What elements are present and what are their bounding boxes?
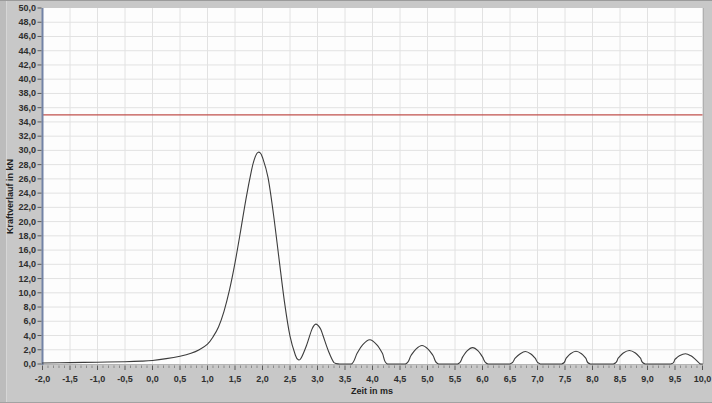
y-axis-title-wrap: Kraftverlauf in kN	[5, 1, 15, 392]
y-tick-label: 20,0	[18, 217, 36, 227]
x-tick-label: 7,5	[559, 374, 572, 384]
y-tick-label: 14,0	[18, 259, 36, 269]
x-tick-label: -1,5	[62, 374, 78, 384]
x-tick-labels: -2,0-1,5-1,0-0,50,00,51,01,52,02,53,03,5…	[35, 374, 712, 384]
x-tick-label: 7,0	[531, 374, 544, 384]
y-tick-label: 50,0	[18, 3, 36, 13]
x-tick-label: 3,0	[311, 374, 324, 384]
x-tick-label: 0,5	[174, 374, 187, 384]
x-tick-label: 4,5	[394, 374, 407, 384]
y-tick-label: 32,0	[18, 131, 36, 141]
y-tick-label: 4,0	[23, 331, 36, 341]
x-tick-label: 1,5	[229, 374, 242, 384]
y-tick-label: 30,0	[18, 145, 36, 155]
y-tick-label: 26,0	[18, 174, 36, 184]
y-tick-label: 44,0	[18, 46, 36, 56]
x-tick-label: 9,5	[669, 374, 682, 384]
y-tick-label: 10,0	[18, 288, 36, 298]
x-tick-label: -1,0	[90, 374, 106, 384]
y-tick-label: 36,0	[18, 103, 36, 113]
y-tick-label: 6,0	[23, 316, 36, 326]
y-tick-label: 48,0	[18, 17, 36, 27]
y-axis-title: Kraftverlauf in kN	[5, 159, 15, 234]
x-tick-label: 5,5	[449, 374, 462, 384]
x-tick-label: 2,5	[284, 374, 297, 384]
x-tick-label: 2,0	[256, 374, 269, 384]
y-tick-label: 22,0	[18, 202, 36, 212]
y-tick-label: 34,0	[18, 117, 36, 127]
force-time-chart: 0,02,04,06,08,010,012,014,016,018,020,02…	[0, 1, 712, 403]
y-tick-label: 38,0	[18, 88, 36, 98]
x-tick-label: 8,5	[614, 374, 627, 384]
y-tick-label: 16,0	[18, 245, 36, 255]
x-tick-label: 6,5	[504, 374, 517, 384]
y-tick-labels: 0,02,04,06,08,010,012,014,016,018,020,02…	[18, 3, 36, 369]
y-tick-label: 18,0	[18, 231, 36, 241]
x-tick-label: -2,0	[35, 374, 51, 384]
y-tick-label: 24,0	[18, 188, 36, 198]
x-tick-label: 5,0	[421, 374, 434, 384]
x-tick-label: 10,0	[694, 374, 712, 384]
x-tick-label: 4,0	[366, 374, 379, 384]
y-tick-label: 40,0	[18, 74, 36, 84]
x-axis-title: Zeit in ms	[42, 386, 702, 396]
x-tick-label: 9,0	[641, 374, 654, 384]
x-tick-label: 3,5	[339, 374, 352, 384]
x-tick-label: 6,0	[476, 374, 489, 384]
y-tick-label: 28,0	[18, 160, 36, 170]
x-tick-label: 8,0	[586, 374, 599, 384]
chart-panel: 0,02,04,06,08,010,012,014,016,018,020,02…	[0, 0, 712, 403]
x-tick-label: 1,0	[201, 374, 214, 384]
x-tick-label: -0,5	[117, 374, 133, 384]
y-tick-label: 2,0	[23, 345, 36, 355]
y-tick-label: 12,0	[18, 274, 36, 284]
y-tick-label: 46,0	[18, 31, 36, 41]
y-tick-label: 8,0	[23, 302, 36, 312]
y-tick-label: 42,0	[18, 60, 36, 70]
x-tick-label: 0,0	[146, 374, 159, 384]
y-axis-ticks	[38, 8, 42, 364]
x-axis-ticks	[43, 366, 703, 371]
y-tick-label: 0,0	[23, 359, 36, 369]
